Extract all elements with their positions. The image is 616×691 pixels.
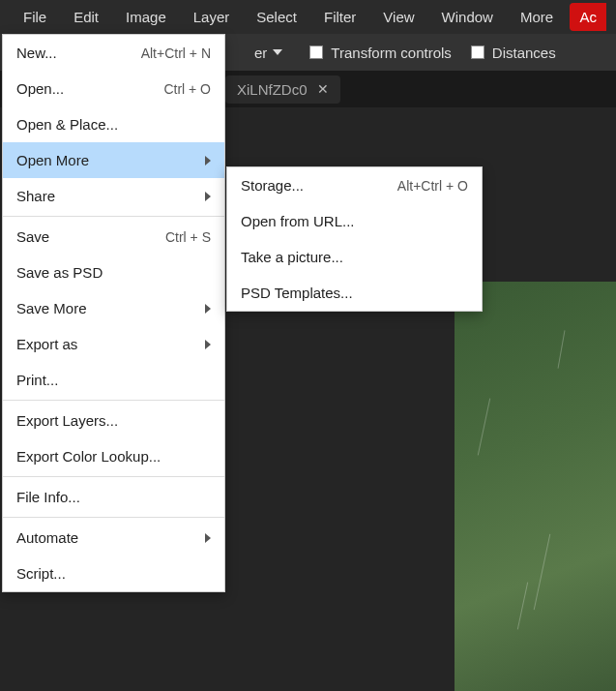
file-menu-item-file-info[interactable]: File Info... bbox=[3, 479, 224, 515]
chevron-right-icon bbox=[205, 192, 211, 201]
menu-item-label: Save as PSD bbox=[16, 264, 103, 281]
menu-select[interactable]: Select bbox=[243, 3, 310, 31]
account-button[interactable]: Ac bbox=[570, 3, 606, 31]
open-more-item-psd-templates[interactable]: PSD Templates... bbox=[227, 275, 482, 311]
distances-checkbox[interactable]: Distances bbox=[471, 45, 556, 61]
menu-layer[interactable]: Layer bbox=[180, 3, 244, 31]
menu-separator bbox=[3, 476, 224, 477]
tool-mode-label: er bbox=[254, 45, 267, 61]
menu-item-shortcut: Alt+Ctrl + O bbox=[397, 178, 468, 194]
file-menu-item-export-color-lookup[interactable]: Export Color Lookup... bbox=[3, 438, 224, 474]
file-menu-item-automate[interactable]: Automate bbox=[3, 520, 224, 556]
chevron-right-icon bbox=[205, 304, 211, 314]
file-menu-dropdown: New...Alt+Ctrl + NOpen...Ctrl + OOpen & … bbox=[2, 34, 225, 592]
file-menu-item-open-place[interactable]: Open & Place... bbox=[3, 106, 224, 142]
file-menu-item-share[interactable]: Share bbox=[3, 178, 224, 214]
menu-item-label: Export as bbox=[16, 336, 77, 352]
open-more-item-storage[interactable]: Storage...Alt+Ctrl + O bbox=[227, 167, 482, 203]
menu-item-label: PSD Templates... bbox=[241, 285, 353, 301]
menu-file[interactable]: File bbox=[10, 3, 60, 31]
chevron-down-icon bbox=[273, 49, 282, 55]
file-menu-item-open[interactable]: Open...Ctrl + O bbox=[3, 71, 224, 106]
menu-item-label: Automate bbox=[16, 529, 78, 546]
menubar: File Edit Image Layer Select Filter View… bbox=[0, 0, 616, 34]
menu-item-label: Save bbox=[16, 228, 49, 245]
file-menu-item-script[interactable]: Script... bbox=[3, 556, 224, 591]
document-tab[interactable]: XiLNfZDc0 ✕ bbox=[225, 75, 340, 104]
distances-label: Distances bbox=[492, 45, 556, 61]
file-menu-item-save-as-psd[interactable]: Save as PSD bbox=[3, 255, 224, 290]
menu-filter[interactable]: Filter bbox=[310, 3, 369, 31]
menu-item-label: Script... bbox=[16, 565, 66, 582]
menu-item-label: Share bbox=[16, 188, 55, 204]
transform-controls-checkbox[interactable]: Transform controls bbox=[309, 45, 451, 61]
checkbox-icon bbox=[309, 45, 323, 59]
menu-item-label: Open & Place... bbox=[16, 116, 118, 133]
checkbox-icon bbox=[471, 45, 484, 59]
menu-item-label: Save More bbox=[16, 300, 87, 316]
menu-view[interactable]: View bbox=[369, 3, 427, 31]
menu-item-label: Open... bbox=[16, 80, 64, 97]
menu-item-shortcut: Alt+Ctrl + N bbox=[141, 45, 211, 61]
menu-item-label: File Info... bbox=[16, 489, 80, 505]
menu-item-label: Open from URL... bbox=[241, 213, 355, 229]
menu-image[interactable]: Image bbox=[112, 3, 180, 31]
menu-item-label: Storage... bbox=[241, 177, 304, 194]
menu-item-label: Export Color Lookup... bbox=[16, 448, 161, 465]
document-tab-label: XiLNfZDc0 bbox=[237, 81, 308, 98]
close-icon[interactable]: ✕ bbox=[317, 82, 329, 96]
menu-more[interactable]: More bbox=[507, 3, 567, 31]
menu-item-label: Export Layers... bbox=[16, 412, 118, 429]
menu-item-shortcut: Ctrl + S bbox=[165, 229, 211, 245]
open-more-item-open-from-url[interactable]: Open from URL... bbox=[227, 203, 482, 239]
menu-separator bbox=[3, 400, 224, 401]
file-menu-item-export-layers[interactable]: Export Layers... bbox=[3, 403, 224, 438]
document-image[interactable] bbox=[455, 282, 616, 691]
menu-item-label: New... bbox=[16, 45, 57, 61]
menu-separator bbox=[3, 517, 224, 518]
menu-separator bbox=[3, 216, 224, 217]
open-more-item-take-a-picture[interactable]: Take a picture... bbox=[227, 239, 482, 275]
tool-mode-dropdown[interactable]: er bbox=[247, 42, 290, 64]
chevron-right-icon bbox=[205, 533, 211, 543]
chevron-right-icon bbox=[205, 156, 211, 165]
file-menu-item-new[interactable]: New...Alt+Ctrl + N bbox=[3, 35, 224, 71]
file-menu-item-save[interactable]: SaveCtrl + S bbox=[3, 219, 224, 255]
menu-edit[interactable]: Edit bbox=[60, 3, 112, 31]
menu-item-shortcut: Ctrl + O bbox=[163, 81, 211, 97]
open-more-submenu: Storage...Alt+Ctrl + OOpen from URL...Ta… bbox=[226, 166, 483, 312]
menu-item-label: Take a picture... bbox=[241, 249, 343, 265]
menu-item-label: Print... bbox=[16, 372, 58, 388]
menu-item-label: Open More bbox=[16, 152, 89, 168]
menu-window[interactable]: Window bbox=[428, 3, 507, 31]
file-menu-item-open-more[interactable]: Open More bbox=[3, 142, 224, 178]
file-menu-item-save-more[interactable]: Save More bbox=[3, 290, 224, 326]
chevron-right-icon bbox=[205, 340, 211, 349]
file-menu-item-export-as[interactable]: Export as bbox=[3, 326, 224, 362]
transform-controls-label: Transform controls bbox=[331, 45, 451, 61]
file-menu-item-print[interactable]: Print... bbox=[3, 362, 224, 398]
